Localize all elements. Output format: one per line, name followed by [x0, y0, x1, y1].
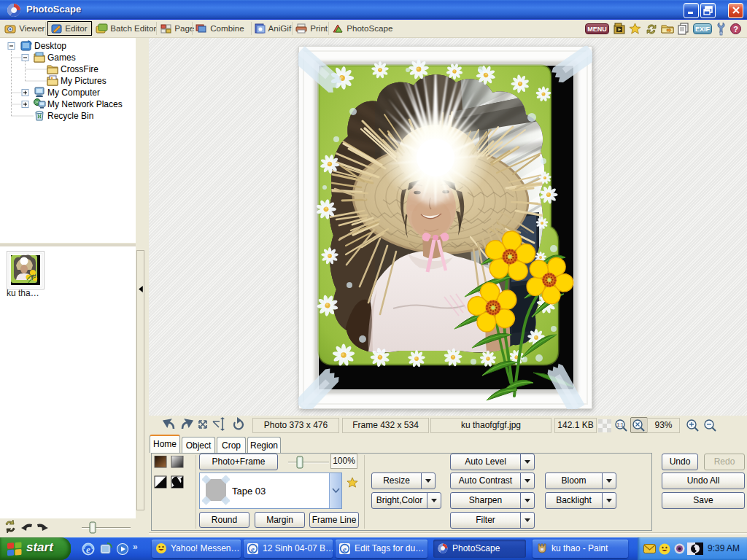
- svg-text:My Network Places: My Network Places: [47, 99, 123, 109]
- svg-text:e: e: [251, 545, 255, 553]
- svg-text:Games: Games: [47, 52, 76, 63]
- svg-text:Desktop: Desktop: [34, 41, 66, 51]
- svg-text:CrossFire: CrossFire: [61, 64, 98, 74]
- svg-text:My Pictures: My Pictures: [61, 76, 107, 86]
- svg-text:?: ?: [733, 25, 738, 34]
- svg-text:1:1: 1:1: [616, 422, 623, 427]
- svg-text:e: e: [343, 545, 347, 553]
- svg-text:e: e: [86, 544, 90, 555]
- svg-text:Recycle Bin: Recycle Bin: [47, 111, 93, 121]
- svg-text:My Computer: My Computer: [47, 88, 100, 98]
